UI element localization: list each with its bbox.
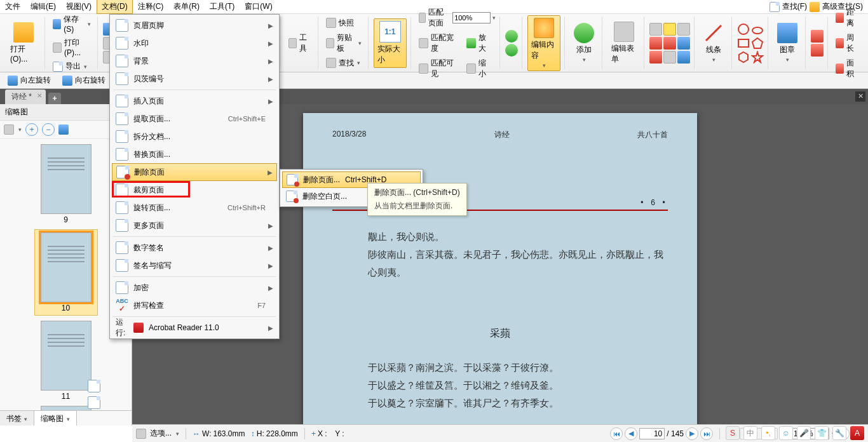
ime-skin-icon[interactable]: 👕 xyxy=(815,426,829,440)
close-tab-icon[interactable]: ✕ xyxy=(37,92,42,99)
stamp-button[interactable]: 图章▾ xyxy=(773,20,801,65)
last-page-button[interactable]: ⏭ xyxy=(700,427,713,440)
menu-sign-initials[interactable]: 签名与缩写▶ xyxy=(112,257,277,274)
edit-content-button[interactable]: 编辑内容▾ xyxy=(527,15,560,71)
fit-width-button[interactable]: 匹配宽度 xyxy=(416,31,463,55)
clipboard-button[interactable]: 剪贴板▾ xyxy=(323,31,364,55)
thumb-rotate-icon[interactable] xyxy=(58,124,69,135)
fit-page-button[interactable]: 匹配页面 xyxy=(416,6,452,30)
sound-icon[interactable] xyxy=(677,51,690,64)
menu-more-pages[interactable]: 更多页面▶ xyxy=(112,217,277,234)
sidebar-tab-thumbnails[interactable]: 缩略图 ▾ xyxy=(34,411,76,425)
area-button[interactable]: 面积 xyxy=(833,57,862,81)
thumbnail-10[interactable]: 10 xyxy=(34,229,98,316)
menu-bates[interactable]: 贝茨编号▶ xyxy=(112,70,277,88)
refresh-icon[interactable] xyxy=(505,30,518,43)
menu-form[interactable]: 表单(R) xyxy=(168,0,205,14)
circle-shape-icon[interactable] xyxy=(737,23,750,36)
note-icon[interactable] xyxy=(677,23,690,36)
select-icon[interactable] xyxy=(649,23,662,36)
tools-button[interactable]: 工具 xyxy=(286,31,315,55)
menu-edit[interactable]: 编辑(E) xyxy=(25,0,61,14)
textbox-icon[interactable] xyxy=(649,37,662,50)
redact-icon[interactable] xyxy=(811,44,824,57)
fit-visible-button[interactable]: 匹配可见 xyxy=(416,57,463,81)
highlight-icon[interactable] xyxy=(663,23,676,36)
thumb-zoom-in-icon[interactable]: + xyxy=(25,123,38,136)
typewriter-icon[interactable] xyxy=(663,51,676,64)
rotate-left-button[interactable]: 向左旋转 xyxy=(5,74,53,87)
eraser-icon[interactable] xyxy=(811,30,824,43)
distance-button[interactable]: 距离 xyxy=(833,6,862,30)
page-input[interactable] xyxy=(639,428,665,439)
zoom-out-button[interactable]: 缩小 xyxy=(464,57,496,81)
line-tool-button[interactable]: 线条▾ xyxy=(700,20,728,65)
thumbnail-9[interactable]: 9 xyxy=(34,144,98,224)
ime-logo-icon[interactable]: S xyxy=(726,426,740,440)
export-button[interactable]: 导出▾ xyxy=(50,60,93,73)
actual-size-button[interactable]: 1:1 实际大小 xyxy=(374,18,407,68)
menu-window[interactable]: 窗口(W) xyxy=(240,0,277,14)
zoom-combo[interactable] xyxy=(452,12,491,23)
acrobat-tray-icon[interactable]: A xyxy=(850,426,864,440)
menu-crop-pages[interactable]: 裁剪页面 xyxy=(112,181,277,199)
menu-rotate-pages[interactable]: 旋转页面...Ctrl+Shift+R xyxy=(112,199,277,217)
menu-watermark[interactable]: 水印▶ xyxy=(112,34,277,52)
perimeter-button[interactable]: 周长 xyxy=(833,31,862,55)
refresh2-icon[interactable] xyxy=(505,44,518,57)
menu-tools[interactable]: 工具(T) xyxy=(205,0,240,14)
zoom-combo-dd[interactable]: ▾ xyxy=(492,15,496,21)
menu-run-acrobat[interactable]: 运行:Acrobat Reader 11.0▶ xyxy=(112,319,277,337)
rotate-right-button[interactable]: 向右旋转 xyxy=(60,74,108,87)
first-page-button[interactable]: ⏮ xyxy=(610,427,623,440)
menu-spellcheck[interactable]: ABC✓拼写检查F7 xyxy=(112,297,277,314)
menu-document[interactable]: 文档(D) xyxy=(97,0,133,14)
next-page-button[interactable]: ▶ xyxy=(686,427,698,440)
snapshot-button[interactable]: 快照 xyxy=(323,17,364,30)
open-button[interactable]: 打开(O)... xyxy=(6,20,41,66)
print-button[interactable]: 打印(P)... xyxy=(50,36,93,58)
document-tab[interactable]: 诗经 * ✕ xyxy=(5,90,46,104)
menu-replace-pages[interactable]: 替换页面... xyxy=(112,145,277,163)
menu-view[interactable]: 视图(V) xyxy=(61,0,97,14)
menu-encrypt[interactable]: 加密▶ xyxy=(112,279,277,297)
ime-mic-icon[interactable]: 🎤 xyxy=(797,426,811,440)
find-tool-button[interactable]: 查找▾ xyxy=(323,57,364,70)
menu-digital-sign[interactable]: 数字签名▶ xyxy=(112,239,277,257)
new-tab-button[interactable]: + xyxy=(48,93,61,104)
options-button[interactable]: 选项... xyxy=(150,428,172,439)
add-button[interactable]: 添加▾ xyxy=(570,20,598,65)
ime-toolbox-icon[interactable]: 🔧 xyxy=(832,426,846,440)
polygon-shape-icon[interactable] xyxy=(751,37,764,50)
attach-icon[interactable] xyxy=(677,37,690,50)
ime-lang-button[interactable]: 中 xyxy=(743,426,757,440)
find-button[interactable]: 查找(F) xyxy=(782,1,807,12)
menu-comment[interactable]: 注释(C) xyxy=(133,0,169,14)
menu-split-doc[interactable]: 拆分文档... xyxy=(112,128,277,145)
edit-form-button[interactable]: 编辑表单 xyxy=(607,19,641,67)
menu-extract-pages[interactable]: 提取页面...Ctrl+Shift+E xyxy=(112,110,277,128)
menu-file[interactable]: 文件 xyxy=(0,0,25,14)
rect-shape-icon[interactable] xyxy=(737,37,750,50)
cloud-shape-icon[interactable] xyxy=(751,23,764,36)
menu-background[interactable]: 背景▶ xyxy=(112,52,277,70)
menu-insert-pages[interactable]: 插入页面▶ xyxy=(112,92,277,110)
menu-delete-pages[interactable]: 删除页面▶ xyxy=(112,163,277,181)
gear-icon[interactable] xyxy=(4,124,14,135)
underline-icon[interactable] xyxy=(649,51,662,64)
star-shape-icon[interactable] xyxy=(751,51,764,64)
copy-page-icon[interactable] xyxy=(88,380,100,392)
hexagon-shape-icon[interactable] xyxy=(737,51,750,64)
strike-icon[interactable] xyxy=(663,37,676,50)
menu-header-footer[interactable]: 页眉页脚▶ xyxy=(112,17,277,34)
save-button[interactable]: 保存(S)▾ xyxy=(50,13,93,35)
ime-punct-icon[interactable]: •, xyxy=(761,426,775,440)
close-all-tabs-button[interactable]: ✕ xyxy=(855,91,865,102)
sidebar-tab-bookmarks[interactable]: 书签 ▾ xyxy=(0,411,34,425)
paste-page-icon[interactable] xyxy=(88,396,100,409)
ime-emoji-icon[interactable]: ☺ xyxy=(779,426,793,440)
thumb-zoom-out-icon[interactable]: − xyxy=(42,123,55,136)
gear-icon[interactable] xyxy=(136,429,146,439)
prev-page-button[interactable]: ◀ xyxy=(625,427,637,440)
zoom-in-button[interactable]: 放大 xyxy=(464,31,496,55)
